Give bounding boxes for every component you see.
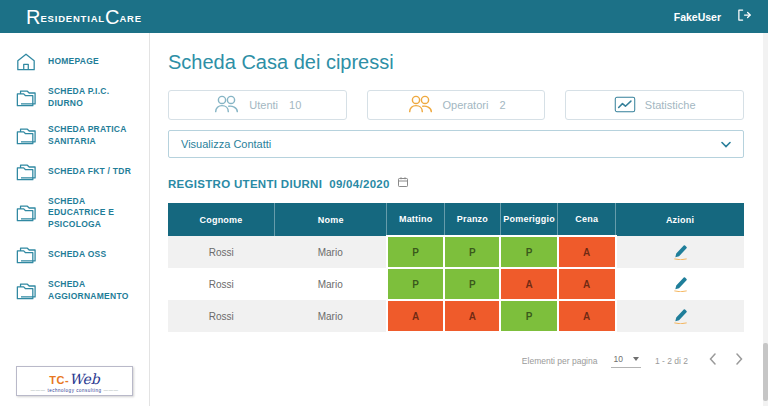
cell-mattino: P (387, 236, 445, 268)
tab-utenti[interactable]: Utenti 10 (168, 90, 347, 120)
user-area: FakeUser (674, 8, 752, 25)
cell-azioni (616, 236, 745, 268)
tcweb-logo-web: Web (69, 371, 100, 387)
edit-button[interactable] (672, 307, 689, 324)
brand-logo[interactable]: R ESIDENTIAL C ARE (26, 7, 142, 27)
previous-page-button[interactable] (708, 353, 717, 368)
folder-icon (15, 281, 37, 301)
home-icon (15, 52, 37, 72)
tab-statistiche-label: Statistiche (645, 99, 696, 111)
registro-date: 09/04/2020 (329, 178, 390, 190)
next-page-button[interactable] (735, 353, 744, 368)
table-row: RossiMarioPPPA (168, 236, 744, 268)
column-header-azioni: Azioni (616, 203, 745, 236)
sidebar-item-scheda-educatrice-e-psicologa[interactable]: SCHEDA EDUCATRICE E PSICOLOGA (0, 189, 149, 239)
folder-icon (15, 126, 37, 146)
column-header-cognome: Cognome (168, 203, 275, 236)
range-label: 1 - 2 di 2 (655, 356, 688, 366)
caret-down-icon (633, 357, 639, 361)
sidebar-item-scheda-p-i-c-diurno[interactable]: SCHEDA P.I.C. DIURNO (0, 79, 149, 117)
calendar-button[interactable] (397, 176, 409, 191)
tab-operatori-count: 2 (499, 99, 505, 111)
vertical-scrollbar[interactable] (763, 33, 768, 406)
sidebar-item-scheda-oss[interactable]: SCHEDA OSS (0, 238, 149, 272)
cell-nome: Mario (275, 268, 387, 300)
page-body: HOMEPAGE SCHEDA P.I.C. DIURNO SCHEDA PRA… (0, 33, 768, 406)
column-header-nome: Nome (275, 203, 387, 236)
edit-button[interactable] (672, 243, 689, 260)
sidebar-item-label: SCHEDA EDUCATRICE E PSICOLOGA (48, 196, 141, 232)
top-header: R ESIDENTIAL C ARE FakeUser (0, 0, 768, 33)
column-header-cena: Cena (558, 203, 616, 236)
users-icon (213, 94, 240, 116)
sidebar-item-scheda-aggiornamento[interactable]: SCHEDA AGGIORNAMENTO (0, 272, 149, 310)
registro-table: CognomeNomeMattinoPranzoPomeriggioCenaAz… (168, 203, 744, 333)
column-header-mattino: Mattino (387, 203, 445, 236)
column-header-pomeriggio: Pomeriggio (500, 203, 558, 236)
folder-icon (15, 88, 37, 108)
cell-cena: A (558, 300, 616, 332)
pencil-icon (672, 275, 689, 292)
cell-cena: A (558, 268, 616, 300)
page-title: Scheda Casa dei cipressi (168, 51, 744, 74)
tab-statistiche[interactable]: Statistiche (565, 90, 744, 120)
cell-cognome: Rossi (168, 236, 275, 268)
table-header-row: CognomeNomeMattinoPranzoPomeriggioCenaAz… (168, 203, 744, 236)
tab-row: Utenti 10 Operatori 2 (168, 90, 744, 120)
sidebar: HOMEPAGE SCHEDA P.I.C. DIURNO SCHEDA PRA… (0, 33, 150, 406)
brand-text-esidential: ESIDENTIAL (40, 9, 104, 24)
cell-cognome: Rossi (168, 268, 275, 300)
sidebar-item-scheda-fkt-tdr[interactable]: SCHEDA FKT / TDR (0, 155, 149, 189)
pencil-icon (672, 243, 689, 260)
registro-heading: REGISTRO UTENTI DIURNI 09/04/2020 (168, 176, 744, 191)
cell-pranzo: P (444, 268, 500, 300)
chevron-right-icon (735, 353, 744, 368)
contacts-dropdown-label: Visualizza Contatti (181, 138, 271, 150)
page-size-select[interactable]: 10 (611, 354, 640, 368)
edit-button[interactable] (672, 275, 689, 292)
chevron-left-icon (708, 353, 717, 368)
cell-pranzo: A (444, 300, 500, 332)
folder-icon (15, 245, 37, 265)
tab-utenti-label: Utenti (249, 99, 278, 111)
cell-cena: A (558, 236, 616, 268)
cell-pomeriggio: P (500, 236, 558, 268)
tab-operatori-label: Operatori (443, 99, 489, 111)
sidebar-item-label: SCHEDA OSS (48, 249, 106, 261)
cell-nome: Mario (275, 300, 387, 332)
app-window: R ESIDENTIAL C ARE FakeUser HOMEPAGE SCH… (0, 0, 768, 406)
page-size-value: 10 (613, 354, 622, 364)
tcweb-tagline: technology consulting (29, 388, 121, 393)
sidebar-item-label: SCHEDA P.I.C. DIURNO (48, 86, 141, 110)
logout-icon (737, 8, 752, 25)
tcweb-logo-tc: TC- (49, 374, 69, 386)
pagination-bar: Elementi per pagina 10 1 - 2 di 2 (168, 353, 744, 368)
brand-text-are: ARE (119, 9, 141, 24)
sidebar-item-homepage[interactable]: HOMEPAGE (0, 45, 149, 79)
registro-heading-text: REGISTRO UTENTI DIURNI (168, 178, 322, 190)
tab-utenti-count: 10 (289, 99, 301, 111)
users-icon (407, 94, 434, 116)
cell-cognome: Rossi (168, 300, 275, 332)
chevron-down-icon (721, 138, 731, 150)
contacts-dropdown[interactable]: Visualizza Contatti (168, 130, 744, 158)
folder-icon (15, 203, 37, 223)
sidebar-item-scheda-pratica-sanitaria[interactable]: SCHEDA PRATICA SANITARIA (0, 117, 149, 155)
cell-pomeriggio: A (500, 268, 558, 300)
pagination-arrows (708, 353, 744, 368)
logout-button[interactable] (737, 8, 752, 25)
tab-operatori[interactable]: Operatori 2 (367, 90, 546, 120)
sidebar-item-label: SCHEDA FKT / TDR (48, 166, 131, 178)
scrollbar-thumb[interactable] (763, 343, 768, 401)
items-per-page-label: Elementi per pagina (522, 356, 598, 366)
line-chart-icon (614, 96, 636, 115)
cell-mattino: A (387, 300, 445, 332)
calendar-icon (397, 176, 409, 191)
column-header-pranzo: Pranzo (444, 203, 500, 236)
cell-mattino: P (387, 268, 445, 300)
cell-azioni (616, 300, 745, 332)
sidebar-nav: HOMEPAGE SCHEDA P.I.C. DIURNO SCHEDA PRA… (0, 45, 149, 310)
sidebar-item-label: SCHEDA AGGIORNAMENTO (48, 279, 141, 303)
pencil-icon (672, 307, 689, 324)
cell-pomeriggio: P (500, 300, 558, 332)
